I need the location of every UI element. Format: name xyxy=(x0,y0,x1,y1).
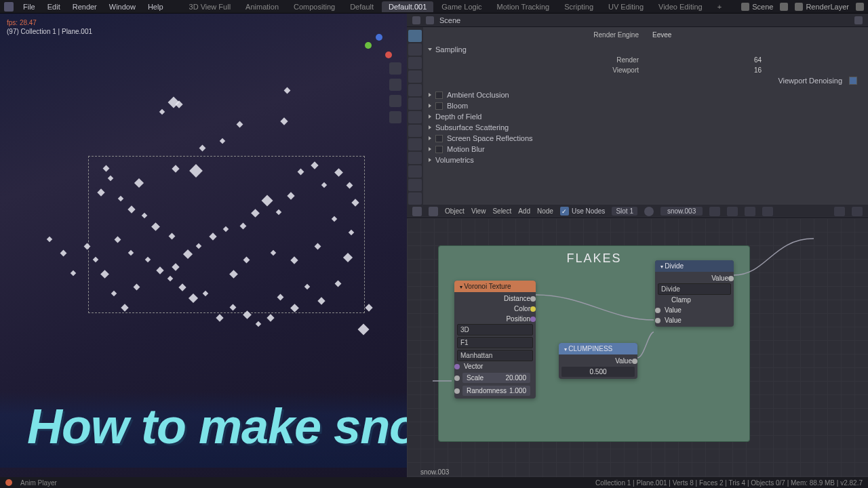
voronoi-texture-node[interactable]: ▾ Voronoi Texture Distance Color Positio… xyxy=(454,281,536,399)
socket-in-randomness[interactable] xyxy=(454,388,460,394)
ao-checkbox[interactable] xyxy=(435,92,443,99)
clumpiness-value-field[interactable]: 0.500 xyxy=(561,367,635,377)
material-preview-icon[interactable] xyxy=(644,207,654,216)
workspace-animation[interactable]: Animation xyxy=(239,1,285,12)
menu-help[interactable]: Help xyxy=(142,1,169,12)
node-menu-node[interactable]: Node xyxy=(537,207,553,215)
node-menu-view[interactable]: View xyxy=(471,207,486,215)
socket-out-value[interactable] xyxy=(728,276,734,281)
voronoi-node-header[interactable]: ▾ Voronoi Texture xyxy=(454,281,536,292)
snap-icon[interactable] xyxy=(834,207,845,216)
clumpiness-value-node[interactable]: ▾ CLUMPINESS Value 0.500 xyxy=(559,343,637,379)
divide-node-header[interactable]: ▾ Divide xyxy=(655,260,734,272)
material-slot[interactable]: Slot 1 xyxy=(612,207,637,216)
viewport-denoising-checkbox[interactable] xyxy=(849,77,857,85)
node-mode-object[interactable]: Object xyxy=(445,207,465,215)
shader-type-icon[interactable] xyxy=(429,207,438,216)
viewlayer-tab-icon[interactable] xyxy=(408,57,422,69)
outliner-scene-label[interactable]: Scene xyxy=(439,16,460,24)
3d-viewport[interactable]: fps: 28.47 (97) Collection 1 | Plane.001… xyxy=(0,14,407,488)
voronoi-randomness-field[interactable]: Randomness1.000 xyxy=(462,386,530,396)
axis-gizmo[interactable] xyxy=(362,34,395,66)
new-material-icon[interactable] xyxy=(727,207,738,216)
material-users-icon[interactable] xyxy=(709,207,720,216)
node-menu-add[interactable]: Add xyxy=(518,207,530,215)
workspace-default001[interactable]: Default.001 xyxy=(382,1,433,12)
workspace-gamelogic[interactable]: Game Logic xyxy=(435,1,488,12)
constraint-tab-icon[interactable] xyxy=(408,152,422,164)
output-tab-icon[interactable] xyxy=(408,43,422,56)
sampling-panel-header[interactable]: Sampling xyxy=(429,44,863,55)
zoom-tool-icon[interactable] xyxy=(389,62,401,75)
bloom-panel[interactable]: Bloom xyxy=(429,100,863,111)
material-name-field[interactable]: snow.003 xyxy=(660,207,703,216)
scene-tab-icon[interactable] xyxy=(408,70,422,83)
sss-panel[interactable]: Subsurface Scattering xyxy=(429,122,863,133)
voronoi-scale-field[interactable]: Scale20.000 xyxy=(462,373,530,383)
voronoi-metric-dropdown[interactable]: Manhattan xyxy=(457,350,533,361)
workspace-uvediting[interactable]: UV Editing xyxy=(601,1,650,12)
socket-out-color[interactable] xyxy=(530,306,536,312)
socket-in-value2[interactable] xyxy=(655,318,660,323)
node-menu-select[interactable]: Select xyxy=(492,207,511,215)
volumetrics-panel[interactable]: Volumetrics xyxy=(429,155,863,165)
data-tab-icon[interactable] xyxy=(408,165,422,178)
clamp-checkbox[interactable] xyxy=(660,297,667,304)
render-samples-value[interactable]: 64 xyxy=(646,56,762,64)
object-tab-icon[interactable] xyxy=(408,98,422,110)
axis-y-icon[interactable] xyxy=(365,42,372,49)
motionblur-checkbox[interactable] xyxy=(435,146,443,153)
axis-x-icon[interactable] xyxy=(385,52,392,58)
editor-type-icon[interactable] xyxy=(412,207,422,216)
workspace-videoediting[interactable]: Video Editing xyxy=(652,1,709,12)
material-tab-icon[interactable] xyxy=(408,179,422,191)
socket-in-value1[interactable] xyxy=(655,308,660,313)
pin-material-icon[interactable] xyxy=(762,207,773,216)
math-divide-node[interactable]: ▾ Divide Value Divide Clamp Value Value xyxy=(655,260,734,327)
layer-browse-icon[interactable] xyxy=(856,3,864,11)
socket-out-value[interactable] xyxy=(632,359,637,364)
texture-tab-icon[interactable] xyxy=(408,192,422,205)
workspace-compositing[interactable]: Compositing xyxy=(287,1,342,12)
math-operation-dropdown[interactable]: Divide xyxy=(658,283,731,295)
axis-z-icon[interactable] xyxy=(376,34,382,41)
socket-in-vector[interactable] xyxy=(454,364,460,369)
workspace-3dviewfull[interactable]: 3D View Full xyxy=(182,1,238,12)
workspace-default[interactable]: Default xyxy=(343,1,380,12)
ambient-occlusion-panel[interactable]: Ambient Occlusion xyxy=(429,89,863,100)
dof-panel[interactable]: Depth of Field xyxy=(429,111,863,122)
perspective-tool-icon[interactable] xyxy=(389,111,401,123)
editor-type-icon[interactable] xyxy=(412,16,420,24)
node-editor-canvas[interactable]: FLAKES ▾ Voronoi Texture Distance Color … xyxy=(407,218,868,488)
ssr-checkbox[interactable] xyxy=(435,135,443,142)
clumpiness-node-header[interactable]: ▾ CLUMPINESS xyxy=(559,343,637,354)
motionblur-panel[interactable]: Motion Blur xyxy=(429,144,863,155)
renderlayer-selector[interactable]: RenderLayer xyxy=(789,1,854,12)
menu-window[interactable]: Window xyxy=(104,1,141,12)
scene-browse-icon[interactable] xyxy=(780,3,788,11)
menu-edit[interactable]: Edit xyxy=(42,1,66,12)
ssr-panel[interactable]: Screen Space Reflections xyxy=(429,133,863,144)
world-tab-icon[interactable] xyxy=(408,84,422,96)
render-engine-value[interactable]: Eevee xyxy=(646,31,673,39)
scene-selector[interactable]: Scene xyxy=(736,1,778,12)
workspace-motiontracking[interactable]: Motion Tracking xyxy=(490,1,557,12)
menu-file[interactable]: File xyxy=(18,1,41,12)
voronoi-dimensions-dropdown[interactable]: 3D xyxy=(457,324,533,336)
socket-in-scale[interactable] xyxy=(454,375,460,381)
viewport-samples-value[interactable]: 16 xyxy=(646,66,762,74)
anim-playing-icon[interactable] xyxy=(5,479,12,486)
socket-out-distance[interactable] xyxy=(530,296,536,302)
bloom-checkbox[interactable] xyxy=(435,102,443,110)
physics-tab-icon[interactable] xyxy=(408,138,422,150)
workspace-add[interactable]: + xyxy=(711,1,728,12)
menu-render[interactable]: Render xyxy=(67,1,102,12)
modifier-tab-icon[interactable] xyxy=(408,111,422,123)
unlink-material-icon[interactable] xyxy=(745,207,755,216)
pin-icon[interactable] xyxy=(854,16,863,24)
voronoi-feature-dropdown[interactable]: F1 xyxy=(457,337,533,348)
particle-tab-icon[interactable] xyxy=(408,125,422,137)
render-tab-icon[interactable] xyxy=(408,30,422,42)
socket-out-position[interactable] xyxy=(530,317,536,322)
workspace-scripting[interactable]: Scripting xyxy=(557,1,600,12)
